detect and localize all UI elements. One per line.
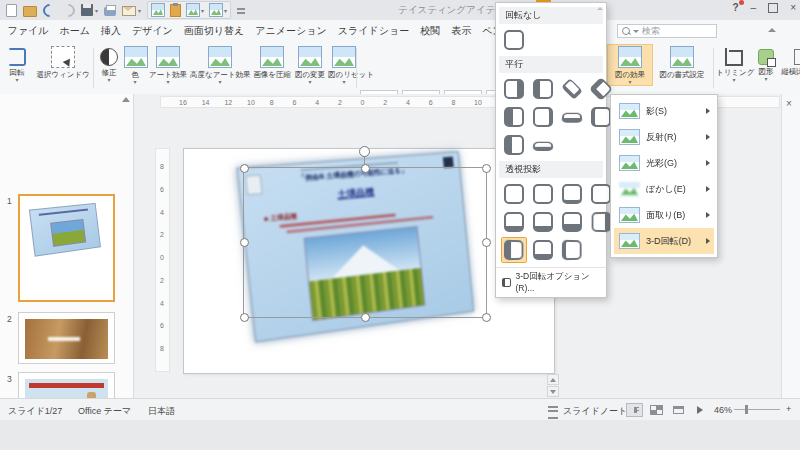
tab-校閲[interactable]: 校閲	[415, 20, 446, 42]
rotation-cube-icon	[533, 240, 553, 260]
search-scope-caret-icon[interactable]	[633, 30, 639, 33]
ribbon-button-図の書式設定[interactable]: 図の書式設定	[654, 45, 710, 80]
normal-view-button[interactable]	[626, 403, 643, 417]
tab-アニメーション[interactable]: アニメーション	[250, 20, 332, 42]
ribbon-button-アート効果[interactable]: アート効果▾	[148, 45, 188, 85]
undo-icon[interactable]	[40, 1, 58, 19]
ribbon-button-図の変更[interactable]: 図の変更▾	[294, 45, 326, 85]
dropdown-caret-icon[interactable]: ▾	[95, 7, 98, 14]
rotation-option[interactable]	[531, 77, 555, 101]
ribbon-button-回転[interactable]: 回転▾	[2, 45, 32, 83]
ribbon-display-options-icon[interactable]	[237, 4, 246, 16]
ribbon-button-トリミング[interactable]: トリミング▾	[716, 45, 752, 83]
ribbon-button-修正[interactable]: 修正▾	[96, 45, 122, 83]
effects-menu-item-光彩(G)[interactable]: 光彩(G)	[614, 150, 714, 176]
open-folder-icon[interactable]	[23, 6, 37, 17]
rotation-cube-icon	[504, 212, 524, 232]
minimize-button[interactable]: –	[751, 2, 757, 13]
menu-icon-row	[496, 131, 606, 159]
redo-icon[interactable]	[59, 1, 77, 19]
insert-picture-icon[interactable]	[151, 3, 165, 17]
ribbon-button-高度なアート効果[interactable]: 高度なアート効果▾	[190, 45, 250, 85]
close-button[interactable]: ×	[790, 2, 796, 13]
rotation-option[interactable]	[531, 182, 555, 206]
selection-handle[interactable]	[361, 164, 370, 173]
dropdown-caret-icon[interactable]: ▾	[138, 7, 141, 14]
ribbon-button-縦横比に合[interactable]: 縦横比に合	[780, 45, 800, 77]
effects-menu-item-面取り(B)[interactable]: 面取り(B)	[614, 202, 714, 228]
rotation-option[interactable]	[531, 105, 555, 129]
selection-handle[interactable]	[240, 238, 249, 247]
selected-picture-3d[interactable]: 「例会B 土壌品種の可能性に迫る」 土壌品種 ■ 土壌品種	[237, 151, 475, 342]
slide-thumbnail-1[interactable]	[18, 194, 115, 302]
effects-menu-item-3-D回転(D)[interactable]: 3-D回転(D)	[614, 228, 714, 254]
previous-slide-button[interactable]	[547, 374, 559, 385]
thumbnail-scroll-up-icon[interactable]	[122, 97, 130, 102]
theme-name[interactable]: Office テーマ	[78, 405, 131, 418]
rotation-option[interactable]	[502, 210, 526, 234]
rotation-option[interactable]	[560, 238, 584, 262]
selection-handle[interactable]	[240, 164, 249, 173]
rotation-option[interactable]	[531, 133, 555, 157]
tab-デザイン[interactable]: デザイン	[126, 20, 178, 42]
tab-ファイル[interactable]: ファイル	[2, 20, 54, 42]
ribbon-button-選択ウィンドウ[interactable]: 選択ウィンドウ	[34, 45, 92, 80]
help-button[interactable]: ?	[732, 2, 738, 13]
slide-thumbnail-2[interactable]	[18, 312, 115, 364]
rotation-option[interactable]	[560, 105, 584, 129]
close-icon[interactable]: ×	[786, 99, 792, 109]
save-icon[interactable]	[81, 4, 93, 16]
rotation-option[interactable]	[560, 77, 584, 101]
rotation-option[interactable]	[531, 238, 555, 262]
slideshow-button[interactable]	[692, 403, 709, 417]
selection-handle[interactable]	[482, 238, 491, 247]
clipboard-icon[interactable]	[170, 4, 181, 17]
rotation-options-item[interactable]: 3-D回転オプション(R)...	[496, 267, 606, 295]
dropdown-caret-icon[interactable]: ▾	[224, 7, 227, 14]
rotation-option[interactable]	[502, 133, 526, 157]
zoom-in-button[interactable]: +	[786, 404, 791, 414]
rotation-option[interactable]	[560, 210, 584, 234]
print-icon[interactable]	[104, 7, 116, 16]
rotation-option[interactable]	[502, 105, 526, 129]
rotation-option[interactable]	[502, 77, 526, 101]
ribbon-button-色[interactable]: 色▾	[124, 45, 146, 85]
tab-ホーム[interactable]: ホーム	[54, 20, 95, 42]
selection-handle[interactable]	[482, 164, 491, 173]
slide-notes-label[interactable]: スライドノート	[563, 405, 627, 418]
collapse-ribbon-icon[interactable]	[768, 28, 776, 32]
tab-表示[interactable]: 表示	[446, 20, 477, 42]
selection-handle[interactable]	[361, 313, 370, 322]
rotation-handle[interactable]	[359, 146, 370, 157]
maximize-button[interactable]	[768, 3, 778, 13]
tab-スライドショー[interactable]: スライドショー	[332, 20, 414, 42]
next-slide-button[interactable]	[547, 386, 559, 397]
ribbon-button-図の効果[interactable]: 図の効果▾	[608, 45, 652, 85]
rotation-option[interactable]	[560, 182, 584, 206]
effects-menu-item-影(S)[interactable]: 影(S)	[614, 98, 714, 124]
ribbon-button-画像を圧縮[interactable]: 画像を圧縮	[252, 45, 292, 80]
tab-画面切り替え[interactable]: 画面切り替え	[178, 20, 249, 42]
selection-handle[interactable]	[482, 313, 491, 322]
paste-picture-icon[interactable]	[186, 3, 200, 17]
tab-挿入[interactable]: 挿入	[95, 20, 126, 42]
zoom-slider-track[interactable]	[734, 409, 780, 410]
selection-handle[interactable]	[240, 313, 249, 322]
search-box[interactable]: 検索	[617, 24, 717, 38]
new-document-icon[interactable]	[6, 4, 17, 17]
dropdown-caret-icon[interactable]: ▾	[201, 7, 204, 14]
rotation-option[interactable]	[502, 28, 526, 52]
reading-view-button[interactable]	[670, 403, 687, 417]
picture-tool-icon[interactable]	[209, 3, 223, 17]
rotation-option[interactable]	[502, 182, 526, 206]
mail-icon[interactable]	[122, 6, 136, 16]
effects-menu-item-ぼかし(E)[interactable]: ぼかし(E)	[614, 176, 714, 202]
language-indicator[interactable]: 日本語	[148, 405, 175, 418]
rotation-option[interactable]	[531, 210, 555, 234]
effects-menu-item-反射(R)[interactable]: 反射(R)	[614, 124, 714, 150]
slide-notes-icon[interactable]	[548, 406, 558, 419]
rotation-option-selected[interactable]	[502, 238, 526, 262]
zoom-slider-handle[interactable]	[745, 405, 748, 414]
slide-sorter-view-button[interactable]	[648, 403, 665, 417]
ribbon-button-図形[interactable]: 図形▾	[754, 45, 778, 82]
